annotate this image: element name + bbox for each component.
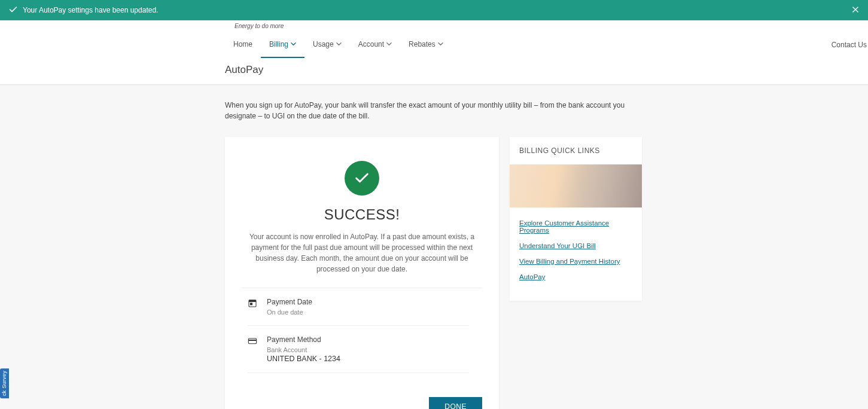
- nav-rebates-label: Rebates: [409, 40, 435, 48]
- success-body: Your account is now enrolled in AutoPay.…: [242, 231, 482, 274]
- nav-account[interactable]: Account: [350, 32, 400, 58]
- chevron-down-icon: [386, 40, 392, 48]
- calendar-icon: [248, 298, 258, 316]
- payment-date-label: Payment Date: [267, 298, 312, 306]
- quick-link-assistance[interactable]: Explore Customer Assistance Programs: [519, 219, 632, 234]
- svg-rect-3: [248, 338, 256, 344]
- nav-contact-us[interactable]: Contact Us: [832, 32, 867, 58]
- page-title: AutoPay: [225, 58, 644, 84]
- success-card: SUCCESS! Your account is now enrolled in…: [225, 137, 499, 409]
- nav-home-label: Home: [233, 40, 252, 48]
- svg-rect-2: [250, 303, 252, 305]
- quick-link-understand-bill[interactable]: Understand Your UGI Bill: [519, 242, 632, 249]
- nav-usage-label: Usage: [313, 40, 334, 48]
- chevron-down-icon: [438, 40, 443, 48]
- quick-links-card: BILLING QUICK LINKS Explore Customer Ass…: [510, 137, 642, 301]
- svg-rect-4: [248, 340, 256, 341]
- nav-usage[interactable]: Usage: [304, 32, 350, 58]
- payment-method-label: Payment Method: [267, 335, 340, 344]
- success-title: SUCCESS!: [242, 206, 482, 223]
- intro-text: When you sign up for AutoPay, your bank …: [225, 100, 632, 121]
- chevron-down-icon: [291, 40, 296, 48]
- main-nav: Home Billing Usage Account Rebates: [225, 32, 867, 58]
- quick-link-history[interactable]: View Billing and Payment History: [519, 258, 632, 265]
- nav-rebates[interactable]: Rebates: [400, 32, 452, 58]
- payment-method-account: UNITED BANK - 1234: [267, 355, 340, 363]
- chevron-down-icon: [336, 40, 342, 48]
- quick-link-autopay[interactable]: AutoPay: [519, 273, 632, 280]
- check-icon: [8, 5, 18, 16]
- payment-method-type: Bank Account: [267, 346, 340, 353]
- notification-banner: Your AutoPay settings have been updated.: [0, 0, 868, 20]
- nav-billing[interactable]: Billing: [261, 32, 304, 58]
- done-button[interactable]: DONE: [429, 397, 482, 409]
- quick-links-title: BILLING QUICK LINKS: [510, 137, 642, 164]
- header: Energy to do more Home Billing Usage Acc…: [0, 20, 868, 85]
- svg-rect-1: [249, 300, 256, 302]
- success-check-icon: [345, 161, 379, 196]
- card-icon: [248, 335, 258, 363]
- nav-home[interactable]: Home: [225, 32, 261, 58]
- payment-date-value: On due date: [267, 309, 312, 316]
- nav-billing-label: Billing: [269, 40, 288, 48]
- banner-message: Your AutoPay settings have been updated.: [23, 6, 158, 14]
- payment-method-row: Payment Method Bank Account UNITED BANK …: [248, 326, 469, 373]
- tagline: Energy to do more: [225, 20, 644, 32]
- survey-tab[interactable]: ck Survey: [0, 368, 9, 398]
- nav-account-label: Account: [358, 40, 384, 48]
- nav-contact-label: Contact Us: [832, 41, 867, 49]
- payment-date-row: Payment Date On due date: [248, 288, 469, 326]
- close-icon[interactable]: [851, 5, 860, 16]
- quick-links-image: [510, 164, 642, 207]
